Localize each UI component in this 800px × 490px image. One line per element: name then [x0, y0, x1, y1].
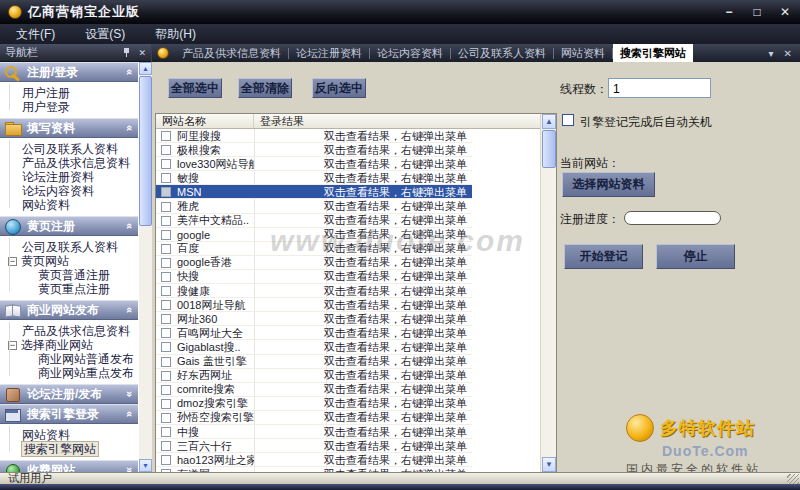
table-row[interactable]: Gais 盖世引擎双击查看结果，右键弹出菜单 — [156, 355, 472, 369]
sidebar-item[interactable]: −黄页网站 — [0, 254, 138, 268]
table-row[interactable]: 0018网址导航双击查看结果，右键弹出菜单 — [156, 298, 472, 312]
table-row[interactable]: Gigablast搜..双击查看结果，右键弹出菜单 — [156, 340, 472, 354]
row-checkbox[interactable] — [161, 272, 171, 282]
table-row[interactable]: 快搜双击查看结果，右键弹出菜单 — [156, 270, 472, 284]
sidebar-item[interactable]: 公司及联系人资料 — [0, 142, 138, 156]
chevron-up-icon[interactable]: « — [124, 411, 136, 417]
row-checkbox[interactable] — [161, 427, 171, 437]
row-checkbox[interactable] — [161, 342, 171, 352]
sidebar-item[interactable]: 黄页普通注册 — [0, 268, 138, 282]
thread-count-input[interactable] — [608, 78, 711, 98]
row-checkbox[interactable] — [161, 314, 171, 324]
chevron-up-icon[interactable]: « — [124, 69, 136, 75]
chevron-up-icon[interactable]: « — [124, 125, 136, 131]
row-checkbox[interactable] — [161, 300, 171, 310]
column-site-name[interactable]: 网站名称 — [156, 114, 254, 128]
choose-site-data-button[interactable]: 选择网站资料 — [562, 172, 655, 197]
auto-shutdown-checkbox[interactable] — [562, 114, 574, 126]
row-checkbox[interactable] — [161, 328, 171, 338]
sidebar-item[interactable]: 用户登录 — [0, 100, 138, 114]
stop-button[interactable]: 停止 — [656, 244, 735, 269]
sidebar-scrollbar[interactable]: ▲ ▼ — [139, 62, 152, 472]
close-button[interactable]: ✕ — [778, 5, 792, 19]
sidebar-section-header[interactable]: 黄页注册« — [0, 216, 138, 236]
table-row[interactable]: 敏搜双击查看结果，右键弹出菜单 — [156, 171, 472, 185]
table-row[interactable]: 网址360双击查看结果，右键弹出菜单 — [156, 312, 472, 326]
table-row[interactable]: love330网站导航双击查看结果，右键弹出菜单 — [156, 157, 472, 171]
sidebar-item[interactable]: 网站资料 — [0, 428, 138, 442]
table-row[interactable]: 美萍中文精品..双击查看结果，右键弹出菜单 — [156, 214, 472, 228]
sidebar-section-header[interactable]: 商业网站发布« — [0, 300, 138, 320]
row-checkbox[interactable] — [161, 385, 171, 395]
sidebar-item[interactable]: 搜索引擎网站 — [0, 442, 138, 456]
row-checkbox[interactable] — [161, 286, 171, 296]
tab-item-1[interactable]: 论坛注册资料 — [289, 44, 369, 62]
table-row[interactable]: google香港双击查看结果，右键弹出菜单 — [156, 256, 472, 270]
invert-selection-button[interactable]: 反向选中 — [312, 78, 366, 98]
table-row[interactable]: google双击查看结果，右键弹出菜单 — [156, 228, 472, 242]
column-login-result[interactable]: 登录结果 — [254, 114, 326, 128]
sidebar-item[interactable]: 公司及联系人资料 — [0, 240, 138, 254]
table-row[interactable]: comrite搜索双击查看结果，右键弹出菜单 — [156, 383, 472, 397]
row-checkbox[interactable] — [161, 187, 171, 197]
row-checkbox[interactable] — [161, 413, 171, 423]
row-checkbox[interactable] — [161, 441, 171, 451]
maximize-button[interactable]: □ — [750, 5, 764, 19]
sidebar-item[interactable]: −选择商业网站 — [0, 338, 138, 352]
menu-file[interactable]: 文件(F) — [16, 26, 55, 43]
scrollbar-thumb[interactable] — [139, 76, 152, 226]
table-row[interactable]: 三百六十行双击查看结果，右键弹出菜单 — [156, 439, 472, 453]
table-row[interactable]: 好东西网址双击查看结果，右键弹出菜单 — [156, 369, 472, 383]
tab-item-2[interactable]: 论坛内容资料 — [370, 44, 450, 62]
chevron-up-icon[interactable]: « — [124, 223, 136, 229]
scroll-down-icon[interactable]: ▼ — [542, 457, 556, 472]
start-register-button[interactable]: 开始登记 — [564, 244, 643, 269]
tab-item-4[interactable]: 网站资料 — [554, 44, 612, 62]
sidebar-item[interactable]: 产品及供求信息资料 — [0, 156, 138, 170]
table-row[interactable]: 搜健康双击查看结果，右键弹出菜单 — [156, 284, 472, 298]
scroll-down-icon[interactable]: ▼ — [139, 459, 152, 472]
table-row[interactable]: 极根搜索双击查看结果，右键弹出菜单 — [156, 143, 472, 157]
table-row[interactable]: 阿里搜搜双击查看结果，右键弹出菜单 — [156, 129, 472, 143]
table-scrollbar[interactable]: ▲ ▼ — [540, 114, 556, 472]
sidebar-section-header[interactable]: 填写资料« — [0, 118, 138, 138]
menu-settings[interactable]: 设置(S) — [85, 26, 125, 43]
row-checkbox[interactable] — [161, 202, 171, 212]
table-row[interactable]: 中搜双击查看结果，右键弹出菜单 — [156, 425, 472, 439]
tab-dropdown-icon[interactable]: ▾ — [769, 48, 774, 59]
sidebar-section-header[interactable]: 注册/登录« — [0, 62, 138, 82]
sidebar-close-icon[interactable]: ✕ — [138, 48, 146, 58]
row-checkbox[interactable] — [161, 244, 171, 254]
tab-item-0[interactable]: 产品及供求信息资料 — [175, 44, 288, 62]
row-checkbox[interactable] — [161, 455, 171, 465]
tree-collapse-icon[interactable]: − — [8, 341, 17, 350]
scroll-up-icon[interactable]: ▲ — [139, 62, 152, 75]
scrollbar-thumb[interactable] — [542, 130, 556, 168]
tab-active[interactable]: 搜索引擎网站 — [613, 44, 693, 62]
sidebar-item[interactable]: 商业网站普通发布 — [0, 352, 138, 366]
tree-collapse-icon[interactable]: − — [8, 257, 17, 266]
row-checkbox[interactable] — [161, 131, 171, 141]
table-row[interactable]: 百鸣网址大全双击查看结果，右键弹出菜单 — [156, 326, 472, 340]
table-row[interactable]: 孙悟空搜索引擎双击查看结果，右键弹出菜单 — [156, 411, 472, 425]
table-row[interactable]: hao123网址之家双击查看结果，右键弹出菜单 — [156, 453, 472, 467]
row-checkbox[interactable] — [161, 357, 171, 367]
sidebar-item[interactable]: 产品及供求信息资料 — [0, 324, 138, 338]
row-checkbox[interactable] — [161, 258, 171, 268]
row-checkbox[interactable] — [161, 399, 171, 409]
table-row[interactable]: 百度双击查看结果，右键弹出菜单 — [156, 242, 472, 256]
sidebar-item[interactable]: 论坛注册资料 — [0, 170, 138, 184]
row-checkbox[interactable] — [161, 145, 171, 155]
table-row[interactable]: 雅虎双击查看结果，右键弹出菜单 — [156, 199, 472, 213]
clear-all-button[interactable]: 全部清除 — [238, 78, 292, 98]
table-row[interactable]: dmoz搜索引擎双击查看结果，右键弹出菜单 — [156, 397, 472, 411]
sidebar-item[interactable]: 网站资料 — [0, 198, 138, 212]
sidebar-item[interactable]: 黄页重点注册 — [0, 282, 138, 296]
sidebar-section-header[interactable]: 论坛注册/发布» — [0, 384, 138, 404]
sidebar-item[interactable]: 商业网站重点发布 — [0, 366, 138, 380]
sidebar-item[interactable]: 用户注册 — [0, 86, 138, 100]
row-checkbox[interactable] — [161, 371, 171, 381]
sidebar-item[interactable]: 论坛内容资料 — [0, 184, 138, 198]
select-all-button[interactable]: 全部选中 — [168, 78, 222, 98]
chevron-up-icon[interactable]: « — [124, 307, 136, 313]
